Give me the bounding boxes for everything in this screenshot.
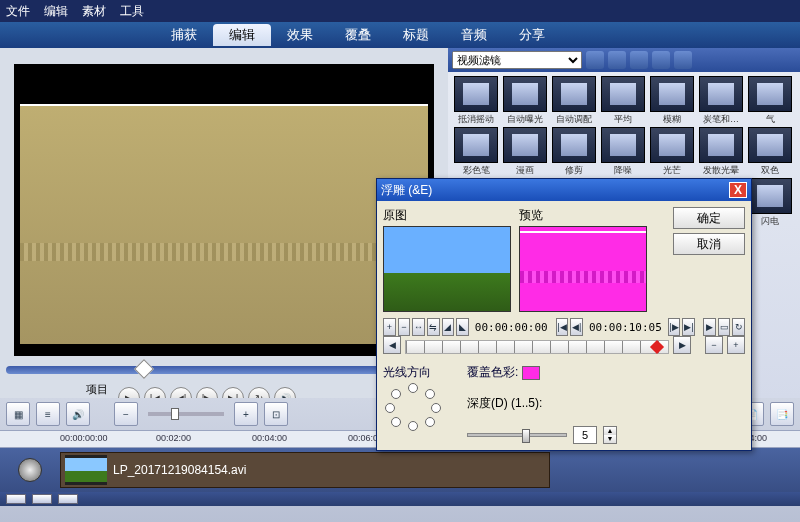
filter-label: 双色 [746,164,794,177]
filter-label: 降噪 [599,164,647,177]
filter-label: 彩色笔 [452,164,500,177]
view-icon[interactable] [608,51,626,69]
cover-color-swatch[interactable] [522,366,540,380]
refresh-icon[interactable] [652,51,670,69]
preview-label: 预览 [519,207,647,224]
mode-project-label[interactable]: 项目 [86,382,108,397]
ruler-mark: 00:04:00 [252,433,287,443]
filter-label: 抵消摇动 [452,113,500,126]
step-back-button[interactable]: ◀| [570,318,583,336]
filter-item[interactable]: 模糊 [648,76,696,126]
menu-file[interactable]: 文件 [6,3,30,20]
reverse-button[interactable]: ↔ [412,318,425,336]
filter-item[interactable]: 发散光晕 [697,127,745,177]
filter-item[interactable]: 自动曝光 [501,76,549,126]
filter-label: 发散光晕 [697,164,745,177]
tab-edit[interactable]: 编辑 [213,24,271,46]
filter-label: 平均 [599,113,647,126]
filter-thumb-icon [454,127,498,163]
preview-image [20,104,428,344]
zoom-in-button[interactable]: + [234,402,258,426]
ok-button[interactable]: 确定 [673,207,745,229]
depth-value-input[interactable] [573,426,597,444]
filter-item[interactable]: 光芒 [648,127,696,177]
filter-item[interactable]: 平均 [599,76,647,126]
filter-thumb-icon [748,76,792,112]
timeline-view-button[interactable]: ≡ [36,402,60,426]
tab-audio[interactable]: 音频 [445,24,503,46]
clip-thumbnail [65,455,107,485]
cancel-button[interactable]: 取消 [673,233,745,255]
tab-overlay[interactable]: 覆叠 [329,24,387,46]
light-direction-label: 光线方向 [383,364,443,381]
filter-thumb-icon [748,178,792,214]
dialog-titlebar[interactable]: 浮雕 (&E) X [377,179,751,201]
original-label: 原图 [383,207,511,224]
keyframe-scale[interactable] [405,340,669,354]
depth-slider[interactable] [467,433,567,437]
fade-out-button[interactable]: ◣ [456,318,469,336]
go-start-button[interactable]: |◀ [556,318,569,336]
go-end-button[interactable]: ▶| [682,318,695,336]
storyboard-view-button[interactable]: ▦ [6,402,30,426]
fit-button[interactable]: ⊡ [264,402,288,426]
menu-edit[interactable]: 编辑 [44,3,68,20]
track-toggle-3[interactable] [58,494,78,504]
tab-capture[interactable]: 捕获 [155,24,213,46]
filter-item[interactable]: 自动调配 [550,76,598,126]
zoom-out-mini[interactable]: − [705,336,723,354]
light-direction-picker[interactable] [383,383,443,431]
filter-item[interactable]: 彩色笔 [452,127,500,177]
zoom-out-button[interactable]: − [114,402,138,426]
batch-button[interactable]: 📑 [770,402,794,426]
preview-monitor [14,64,434,356]
monitor-button[interactable]: ▭ [718,318,731,336]
tab-share[interactable]: 分享 [503,24,561,46]
app-root: 文件 编辑 素材 工具 捕获 编辑 效果 覆叠 标题 音频 分享 [0,0,800,522]
tab-effect[interactable]: 效果 [271,24,329,46]
remove-key-button[interactable]: − [398,318,411,336]
menu-tool[interactable]: 工具 [120,3,144,20]
filter-item[interactable]: 气 [746,76,794,126]
filter-thumb-icon [503,76,547,112]
zoom-slider[interactable] [148,412,224,416]
tab-title[interactable]: 标题 [387,24,445,46]
filter-item[interactable]: 闪电 [746,178,794,228]
filter-label: 自动调配 [550,113,598,126]
filter-item[interactable]: 降噪 [599,127,647,177]
filter-thumb-icon [552,76,596,112]
filter-item[interactable]: 修剪 [550,127,598,177]
time-end: 00:00:10:05 [585,321,666,334]
expand-icon[interactable] [674,51,692,69]
filter-item[interactable]: 炭笔和… [697,76,745,126]
track-buttons-strip [0,492,800,506]
filter-label: 模糊 [648,113,696,126]
step-fwd-button[interactable]: |▶ [668,318,681,336]
next-key-button[interactable]: ▶ [673,336,691,354]
preview-thumbnail [519,226,647,312]
play-preview-button[interactable]: ▶ [703,318,716,336]
folder-icon[interactable] [586,51,604,69]
prev-key-button[interactable]: ◀ [383,336,401,354]
track-toggle-1[interactable] [6,494,26,504]
filter-item[interactable]: 双色 [746,127,794,177]
menu-clip[interactable]: 素材 [82,3,106,20]
close-button[interactable]: X [729,182,747,198]
track-toggle-2[interactable] [32,494,52,504]
sort-icon[interactable] [630,51,648,69]
loop-button[interactable]: ↻ [732,318,745,336]
filter-item[interactable]: 抵消摇动 [452,76,500,126]
fade-in-button[interactable]: ◢ [442,318,455,336]
filter-item[interactable]: 漫画 [501,127,549,177]
zoom-in-mini[interactable]: + [727,336,745,354]
scrub-thumb-icon[interactable] [134,359,154,379]
depth-spinner[interactable]: ▲▼ [603,426,617,444]
filter-thumb-icon [699,76,743,112]
video-clip[interactable]: LP_20171219084154.avi [60,452,550,488]
audio-view-button[interactable]: 🔊 [66,402,90,426]
clip-filename: LP_20171219084154.avi [113,463,246,477]
filter-category-select[interactable]: 视频滤镜 [452,51,582,69]
mirror-button[interactable]: ⇋ [427,318,440,336]
video-track[interactable]: LP_20171219084154.avi [0,448,800,492]
add-key-button[interactable]: + [383,318,396,336]
